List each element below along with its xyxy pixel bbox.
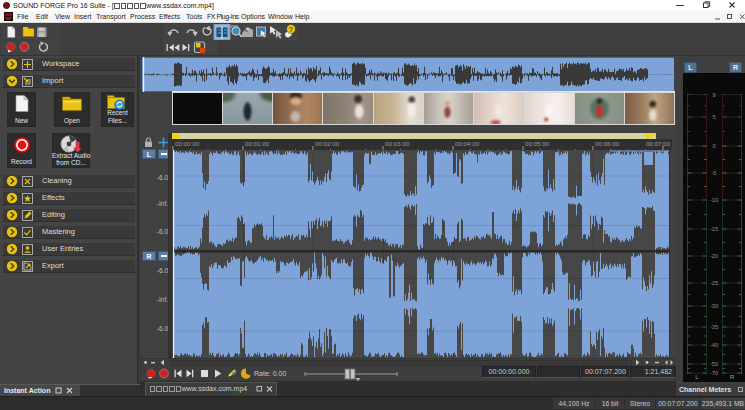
svg-text:-30: -30 xyxy=(710,303,718,309)
svg-text:9: 9 xyxy=(712,92,715,98)
svg-text:00:05:00: 00:05:00 xyxy=(525,140,550,147)
svg-text:-70: -70 xyxy=(710,370,718,376)
svg-text:00:07:00: 00:07:00 xyxy=(646,140,671,147)
svg-text:R: R xyxy=(730,373,735,380)
svg-text:00:06:00: 00:06:00 xyxy=(595,140,620,147)
svg-text:-25: -25 xyxy=(710,280,718,286)
svg-text:-5: -5 xyxy=(711,170,716,176)
svg-text:00:04:00: 00:04:00 xyxy=(455,140,480,147)
svg-text:00:03:00: 00:03:00 xyxy=(385,140,410,147)
svg-text:-15: -15 xyxy=(710,226,718,232)
svg-text:-20: -20 xyxy=(710,253,718,259)
svg-text:00:01:00: 00:01:00 xyxy=(245,140,270,147)
svg-text:-35: -35 xyxy=(710,324,718,330)
svg-text:00:00:00: 00:00:00 xyxy=(175,140,200,147)
svg-text:5: 5 xyxy=(712,114,715,120)
svg-text:-10: -10 xyxy=(710,197,718,203)
svg-text:L: L xyxy=(695,373,699,380)
svg-text:-50: -50 xyxy=(710,361,718,367)
svg-text:-40: -40 xyxy=(710,342,718,348)
svg-text:00:02:00: 00:02:00 xyxy=(315,140,340,147)
svg-text:0: 0 xyxy=(712,143,715,149)
